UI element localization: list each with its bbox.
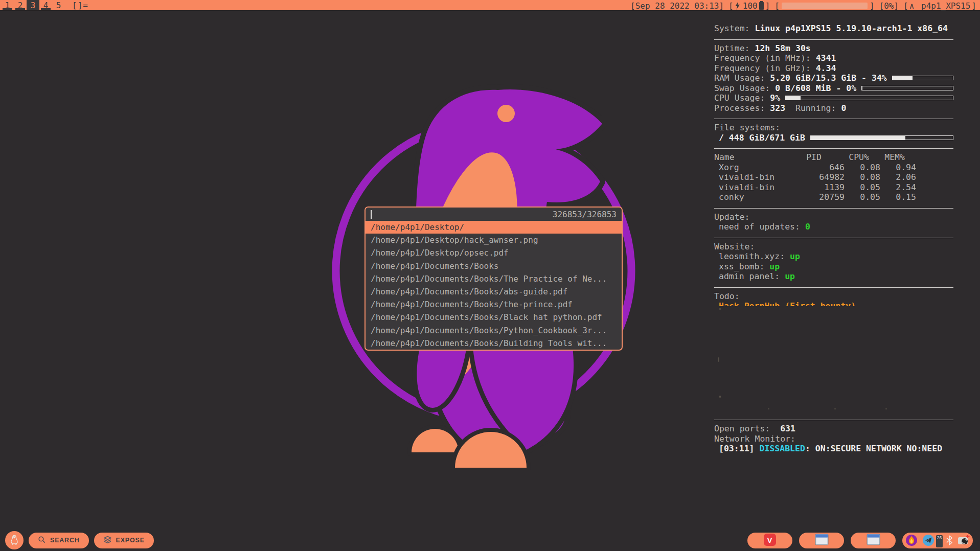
finder-item[interactable]: /home/p4p1/Documents/Books/The Practice … xyxy=(366,272,622,285)
telegram-badge: 26 xyxy=(936,535,943,547)
expose-button[interactable]: EXPOSE xyxy=(94,533,154,548)
network-monitor-title: Network Monitor: xyxy=(714,434,953,444)
workspace-tag[interactable]: 3 xyxy=(27,0,39,10)
conky-info-rows: Uptime: 12h 58m 30s Frequency (in MHz): … xyxy=(714,43,953,74)
workspace-tag[interactable]: 5 xyxy=(52,0,65,10)
conky-meter-row: RAM Usage: 5.20 GiB/15.3 GiB - 34% xyxy=(714,73,953,83)
process-pid: 64982 xyxy=(796,172,845,182)
finder-item[interactable]: /home/p4p1/Documents/Books/the-prince.pd… xyxy=(366,298,622,311)
caret-up-icon: ∧ xyxy=(909,1,915,11)
search-button[interactable]: SEARCH xyxy=(29,533,89,548)
process-cpu: 0.08 xyxy=(845,172,880,182)
website-status-row: admin panel: up xyxy=(714,271,953,282)
vivaldi-button[interactable]: V xyxy=(747,533,792,548)
website-title: Website: xyxy=(714,242,953,252)
finder-item[interactable]: /home/p4p1/Documents/Books xyxy=(366,260,622,272)
dock: SEARCH EXPOSE V 26 xyxy=(0,530,980,551)
status-host: [∧ p4p1_XPS15] xyxy=(903,1,976,11)
finder-item[interactable]: /home/p4p1/Documents/Books/Python_Cookbo… xyxy=(366,324,622,337)
process-pid: 1139 xyxy=(796,182,845,193)
process-cpu: 0.08 xyxy=(845,163,880,173)
filesystem-meter: / 448 GiB/671 GiB xyxy=(714,133,953,143)
update-title: Update: xyxy=(714,212,953,222)
todo-item-redacted: Hack PornHub (First bounty) xyxy=(714,301,953,306)
top-status-bar: 1 2 3 4 5 []= [Sep 28 2022 03:13] [100] … xyxy=(0,0,980,11)
status-volume: [0%] xyxy=(879,1,899,11)
process-mem: 2.54 xyxy=(880,182,916,193)
penguin-left-foot xyxy=(412,429,459,452)
window-icon xyxy=(815,534,829,547)
search-label: SEARCH xyxy=(50,537,80,544)
workspace-tags: 1 2 3 4 5 xyxy=(1,0,65,10)
app-launcher-button[interactable] xyxy=(5,531,24,549)
conky-system-line: System: Linux p4p1XPS15 5.19.10-arch1-1 … xyxy=(714,24,953,34)
process-pid: 20759 xyxy=(796,192,845,202)
divider xyxy=(714,420,953,420)
telegram-tray-icon[interactable]: 26 xyxy=(922,534,941,546)
conky-monitor: System: Linux p4p1XPS15 5.19.10-arch1-1 … xyxy=(714,24,953,454)
desktop: 1 2 3 4 5 []= [Sep 28 2022 03:13] [100] … xyxy=(0,0,980,551)
finder-item[interactable]: /home/p4p1/Documents/Books/Building Tool… xyxy=(366,337,622,350)
divider xyxy=(714,39,953,40)
battery-icon xyxy=(759,2,764,10)
conky-processes-line: Processes: 323 Running: 0 xyxy=(714,103,953,113)
window-button-1[interactable] xyxy=(799,533,844,548)
finder-item[interactable]: /home/p4p1/Desktop/opsec.pdf xyxy=(366,246,622,259)
process-pid: 646 xyxy=(796,163,845,173)
expose-label: EXPOSE xyxy=(116,537,145,544)
conky-meter-row: CPU Usage: 9% xyxy=(714,93,953,103)
search-icon xyxy=(38,536,46,545)
process-cpu: 0.05 xyxy=(845,192,880,202)
open-ports-line: Open ports: 631 xyxy=(714,424,953,434)
penguin-right-foot xyxy=(455,432,527,468)
conky-info-row: Uptime: 12h 58m 30s xyxy=(714,43,953,54)
window-icon xyxy=(867,534,880,547)
conky-info-row: Frequency (in MHz): 4341 xyxy=(714,53,953,63)
website-rows: leosmith.xyz: up xss_bomb: up admin pane… xyxy=(714,251,953,282)
website-status-row: leosmith.xyz: up xyxy=(714,251,953,262)
screenshot-tray-icon[interactable] xyxy=(958,535,970,545)
workspace-tag[interactable]: 1 xyxy=(1,0,14,10)
finder-item[interactable]: /home/p4p1/Documents/Books/Black hat pyt… xyxy=(366,311,622,324)
dock-right: V 26 xyxy=(747,533,973,548)
process-mem: 0.94 xyxy=(880,163,916,173)
process-table: NamePIDCPU%MEM% xyxy=(714,152,953,163)
process-cpu: 0.05 xyxy=(845,182,880,193)
finder-item[interactable]: /home/p4p1/Desktop/hack_awnser.png xyxy=(366,234,622,246)
dock-left: SEARCH EXPOSE xyxy=(5,531,154,549)
flameshot-tray-icon[interactable] xyxy=(905,534,918,546)
process-rows: Xorg6460.080.94 vivaldi-bin649820.082.06… xyxy=(714,163,953,202)
filesystems-title: File systems: xyxy=(714,123,953,133)
conky-meters: RAM Usage: 5.20 GiB/15.3 GiB - 34% Swap … xyxy=(714,73,953,103)
workspace-tag[interactable]: 2 xyxy=(14,0,27,10)
bluetooth-tray-icon[interactable] xyxy=(946,535,953,546)
finder-item[interactable]: /home/p4p1/Documents/Books/abs-guide.pdf xyxy=(366,285,622,298)
power-plug-icon xyxy=(735,2,740,10)
workspace-tag[interactable]: 4 xyxy=(39,0,52,10)
text-cursor xyxy=(371,210,372,219)
finder-item-selected[interactable]: /home/p4p1/Desktop/ xyxy=(366,221,622,234)
statusbar: [Sep 28 2022 03:13] [100] [] [0%] [∧ p4p… xyxy=(630,0,976,11)
layout-symbol[interactable]: []= xyxy=(72,1,88,10)
status-battery: [100] xyxy=(728,1,770,11)
process-name: vivaldi-bin xyxy=(714,172,796,182)
network-monitor-line: [03:11] DISSABLED: ON:SECURE NETWORK NO:… xyxy=(714,444,953,454)
finder-input[interactable]: 326853/326853 xyxy=(366,208,622,221)
conky-meter-row: Swap Usage: 0 B/608 MiB - 0% xyxy=(714,83,953,94)
conky-info-row: Frequency (in GHz): 4.34 xyxy=(714,63,953,74)
process-name: Xorg xyxy=(714,163,796,173)
divider xyxy=(714,148,953,149)
redaction-artifacts xyxy=(714,306,953,414)
divider xyxy=(714,238,953,238)
process-mem: 0.15 xyxy=(880,192,916,202)
process-mem: 2.06 xyxy=(880,172,916,182)
update-row: need of updates: 0 xyxy=(714,222,953,232)
tux-penguin-icon xyxy=(9,534,20,547)
status-datetime: [Sep 28 2022 03:13] xyxy=(630,1,724,11)
divider xyxy=(714,287,953,288)
finder-list: /home/p4p1/Desktop/hack_awnser.png /home… xyxy=(366,234,622,350)
penguin-eye xyxy=(497,105,515,122)
window-button-2[interactable] xyxy=(851,533,896,548)
svg-text:V: V xyxy=(767,535,773,544)
system-tray: 26 xyxy=(902,533,973,548)
